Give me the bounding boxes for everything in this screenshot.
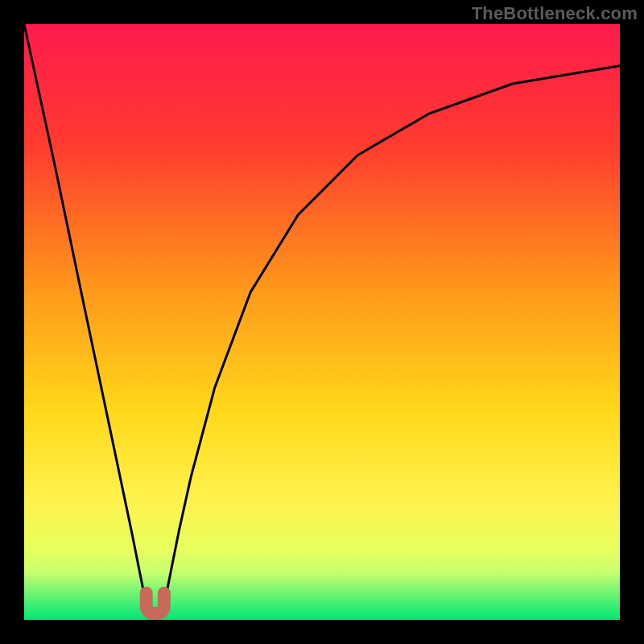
watermark-text: TheBottleneck.com xyxy=(472,3,638,24)
minimum-marker xyxy=(147,593,164,613)
curve-layer xyxy=(24,24,620,620)
chart-frame: TheBottleneck.com xyxy=(0,0,644,644)
plot-area xyxy=(24,24,620,620)
bottleneck-curve xyxy=(24,24,620,618)
